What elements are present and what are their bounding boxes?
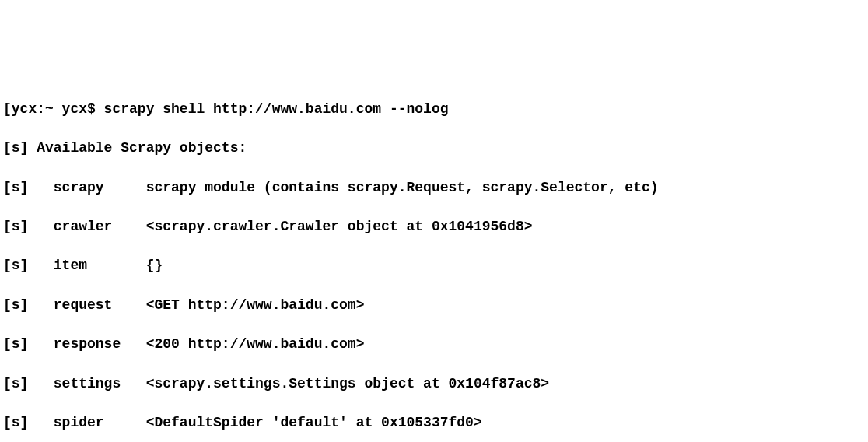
terminal-line: [ycx:~ ycx$ scrapy shell http://www.baid… (3, 100, 865, 119)
terminal-line: [s] Available Scrapy objects: (3, 139, 865, 158)
terminal-line: [s] spider <DefaultSpider 'default' at 0… (3, 413, 865, 433)
terminal-line: [s] settings <scrapy.settings.Settings o… (3, 374, 865, 394)
terminal-line: [s] response <200 http://www.baidu.com> (3, 335, 865, 354)
terminal-line: [s] item {} (3, 256, 865, 275)
terminal-line: [s] request <GET http://www.baidu.com> (3, 296, 865, 315)
terminal-output[interactable]: [ycx:~ ycx$ scrapy shell http://www.baid… (0, 79, 868, 442)
terminal-line: [s] scrapy scrapy module (contains scrap… (3, 178, 865, 198)
terminal-line: [s] crawler <scrapy.crawler.Crawler obje… (3, 217, 865, 237)
